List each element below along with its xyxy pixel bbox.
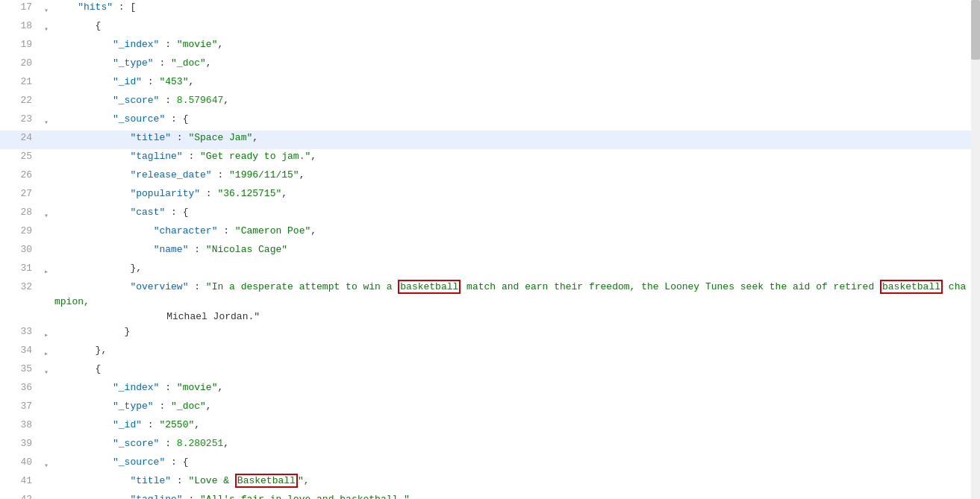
fold-24 (41, 131, 52, 149)
line-content-37: "_type" : "_doc", (52, 399, 980, 414)
fold-26 (41, 168, 52, 186)
line-29: 29 "character" : "Cameron Poe", (0, 224, 980, 242)
fold-20 (41, 56, 52, 75)
line-number-22: 22 (0, 93, 41, 108)
line-number-38: 38 (0, 418, 41, 433)
line-content-29: "character" : "Cameron Poe", (52, 224, 980, 239)
line-22: 22 "_score" : 8.579647, (0, 93, 980, 112)
line-number-42: 42 (0, 492, 41, 499)
line-number-34: 34 (0, 343, 41, 358)
fold-25 (41, 149, 52, 168)
line-28: 28 ▾ "cast" : { (0, 205, 980, 224)
fold-22 (41, 93, 52, 112)
line-content-40: "_source" : { (52, 455, 980, 470)
fold-40[interactable]: ▾ (41, 455, 52, 474)
line-content-32: "overview" : "In a desperate attempt to … (52, 280, 970, 324)
line-number-17: 17 (0, 0, 41, 15)
line-content-21: "_id" : "453", (52, 75, 980, 90)
line-content-39: "_score" : 8.280251, (52, 436, 980, 451)
fold-34[interactable]: ▸ (41, 343, 52, 362)
line-18: 18 ▾ { (0, 19, 980, 37)
line-content-26: "release_date" : "1996/11/15", (52, 168, 980, 183)
line-38: 38 "_id" : "2550", (0, 418, 980, 436)
line-24: 24 "title" : "Space Jam", (0, 131, 980, 149)
line-35: 35 ▾ { (0, 362, 980, 380)
line-number-29: 29 (0, 224, 41, 239)
fold-41 (41, 474, 52, 492)
line-25: 25 "tagline" : "Get ready to jam.", (0, 149, 980, 168)
line-number-25: 25 (0, 149, 41, 164)
line-26: 26 "release_date" : "1996/11/15", (0, 168, 980, 186)
line-content-28: "cast" : { (52, 205, 980, 220)
line-content-17: "hits" : [ (52, 0, 980, 15)
line-number-28: 28 (0, 205, 41, 220)
fold-31[interactable]: ▸ (41, 261, 52, 280)
fold-36 (41, 380, 52, 399)
line-39: 39 "_score" : 8.280251, (0, 436, 980, 455)
line-number-31: 31 (0, 261, 41, 276)
line-number-23: 23 (0, 112, 41, 127)
line-42: 42 "tagline" : "All's fair in love and b… (0, 492, 980, 499)
line-19: 19 "_index" : "movie", (0, 37, 980, 56)
fold-18[interactable]: ▾ (41, 19, 52, 37)
line-content-34: }, (52, 343, 980, 358)
line-number-21: 21 (0, 75, 41, 90)
fold-37 (41, 399, 52, 418)
line-content-38: "_id" : "2550", (52, 418, 980, 433)
fold-21 (41, 75, 52, 93)
line-number-20: 20 (0, 56, 41, 71)
line-34: 34 ▸ }, (0, 343, 980, 362)
line-content-20: "_type" : "_doc", (52, 56, 980, 71)
fold-29 (41, 224, 52, 242)
fold-33[interactable]: ▸ (41, 324, 52, 343)
fold-30 (41, 242, 52, 261)
line-33: 33 ▸ } (0, 324, 980, 343)
line-number-26: 26 (0, 168, 41, 183)
line-number-37: 37 (0, 399, 41, 414)
vertical-scrollbar[interactable] (971, 0, 980, 499)
line-21: 21 "_id" : "453", (0, 75, 980, 93)
line-20: 20 "_type" : "_doc", (0, 56, 980, 75)
line-40: 40 ▾ "_source" : { (0, 455, 980, 474)
line-number-33: 33 (0, 324, 41, 339)
line-number-27: 27 (0, 186, 41, 201)
fold-35[interactable]: ▾ (41, 362, 52, 380)
fold-28[interactable]: ▾ (41, 205, 52, 224)
line-number-24: 24 (0, 131, 41, 145)
fold-27 (41, 186, 52, 205)
line-31: 31 ▸ }, (0, 261, 980, 280)
line-36: 36 "_index" : "movie", (0, 380, 980, 399)
line-number-39: 39 (0, 436, 41, 451)
fold-17[interactable]: ▾ (41, 0, 52, 19)
line-number-36: 36 (0, 380, 41, 395)
line-content-19: "_index" : "movie", (52, 37, 980, 52)
line-number-18: 18 (0, 19, 41, 34)
fold-42 (41, 492, 52, 499)
line-content-35: { (52, 362, 980, 377)
line-27: 27 "popularity" : "36.125715", (0, 186, 980, 205)
line-content-36: "_index" : "movie", (52, 380, 980, 395)
line-41: 41 "title" : "Love & Basketball", (0, 474, 980, 492)
line-content-30: "name" : "Nicolas Cage" (52, 242, 980, 257)
line-32: 32 "overview" : "In a desperate attempt … (0, 280, 980, 324)
line-number-30: 30 (0, 242, 41, 257)
line-content-18: { (52, 19, 980, 34)
fold-32 (41, 280, 52, 298)
line-content-41: "title" : "Love & Basketball", (52, 474, 980, 489)
line-17: 17 ▾ "hits" : [ (0, 0, 980, 19)
line-30: 30 "name" : "Nicolas Cage" (0, 242, 980, 261)
line-number-40: 40 (0, 455, 41, 470)
line-number-19: 19 (0, 37, 41, 52)
code-editor: 17 ▾ "hits" : [ 18 ▾ { 19 "_index" : "mo… (0, 0, 980, 499)
line-content-24: "title" : "Space Jam", (52, 131, 980, 145)
line-content-23: "_source" : { (52, 112, 980, 127)
line-content-25: "tagline" : "Get ready to jam.", (52, 149, 980, 164)
scrollbar-thumb[interactable] (971, 0, 980, 60)
line-number-35: 35 (0, 362, 41, 377)
line-23: 23 ▾ "_source" : { (0, 112, 980, 131)
line-content-31: }, (52, 261, 980, 276)
fold-19 (41, 37, 52, 56)
line-number-41: 41 (0, 474, 41, 489)
line-content-33: } (52, 324, 980, 339)
fold-23[interactable]: ▾ (41, 112, 52, 131)
